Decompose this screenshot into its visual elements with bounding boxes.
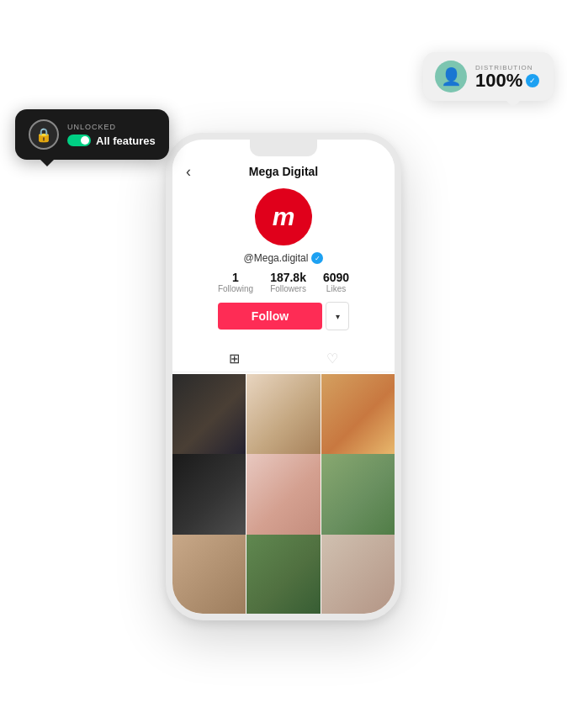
- following-count: 1: [232, 271, 239, 284]
- person-icon: 👤: [441, 66, 462, 87]
- following-label: Following: [218, 284, 253, 293]
- unlocked-text-block: UNLOCKED All features: [67, 123, 156, 147]
- distribution-checkmark: ✓: [526, 74, 539, 87]
- liked-tab-icon[interactable]: ♡: [326, 351, 338, 367]
- grid-cell-7[interactable]: 0: [172, 535, 246, 614]
- phone-shell: ‹ Mega Digital m @Mega.digital ✓ 1 Follo…: [166, 133, 401, 620]
- stat-likes: 6090 Likes: [323, 271, 349, 293]
- back-button[interactable]: ‹: [186, 163, 191, 181]
- username-row: @Mega.digital ✓: [244, 252, 324, 264]
- distribution-avatar: 👤: [435, 61, 467, 92]
- grid-cell-8[interactable]: 0: [246, 535, 320, 614]
- toggle-switch[interactable]: [67, 135, 91, 146]
- follow-row: Follow ▾: [218, 302, 349, 330]
- username-text: @Mega.digital: [244, 252, 309, 264]
- grid-cell-9[interactable]: 0: [321, 535, 395, 614]
- dropdown-button[interactable]: ▾: [326, 302, 349, 330]
- video-grid: 0 0 0 0: [172, 374, 395, 614]
- stat-following: 1 Following: [218, 271, 253, 293]
- phone-header: ‹ Mega Digital: [172, 156, 395, 183]
- distribution-text-block: DISTRIBUTION 100% ✓: [475, 64, 539, 90]
- stats-row: 1 Following 187.8k Followers 6090 Likes: [186, 271, 381, 293]
- likes-label: Likes: [326, 284, 346, 293]
- page-title: Mega Digital: [249, 165, 318, 178]
- tab-row: ⊞ ♡: [172, 346, 395, 372]
- phone-screen: ‹ Mega Digital m @Mega.digital ✓ 1 Follo…: [172, 156, 395, 614]
- grid-tab-icon[interactable]: ⊞: [229, 351, 240, 367]
- avatar-letter: m: [273, 203, 295, 231]
- verified-badge: ✓: [311, 252, 323, 264]
- profile-avatar: m: [255, 188, 312, 245]
- profile-section: m @Mega.digital ✓ 1 Following 187.8k Fol…: [172, 183, 395, 346]
- tooltip-unlocked: 🔒 UNLOCKED All features: [15, 109, 169, 160]
- lock-icon: 🔒: [29, 119, 59, 150]
- followers-label: Followers: [270, 284, 306, 293]
- phone-notch: [250, 140, 317, 156]
- stat-followers: 187.8k Followers: [270, 271, 306, 293]
- follow-button[interactable]: Follow: [218, 303, 322, 330]
- unlocked-label: UNLOCKED: [67, 123, 156, 131]
- distribution-value-row: 100% ✓: [475, 71, 539, 90]
- toggle-row: All features: [67, 135, 156, 147]
- all-features-text: All features: [96, 135, 156, 147]
- likes-count: 6090: [323, 271, 349, 284]
- followers-count: 187.8k: [270, 271, 306, 284]
- tooltip-distribution: 👤 DISTRIBUTION 100% ✓: [423, 52, 554, 101]
- distribution-percent: 100%: [475, 71, 522, 90]
